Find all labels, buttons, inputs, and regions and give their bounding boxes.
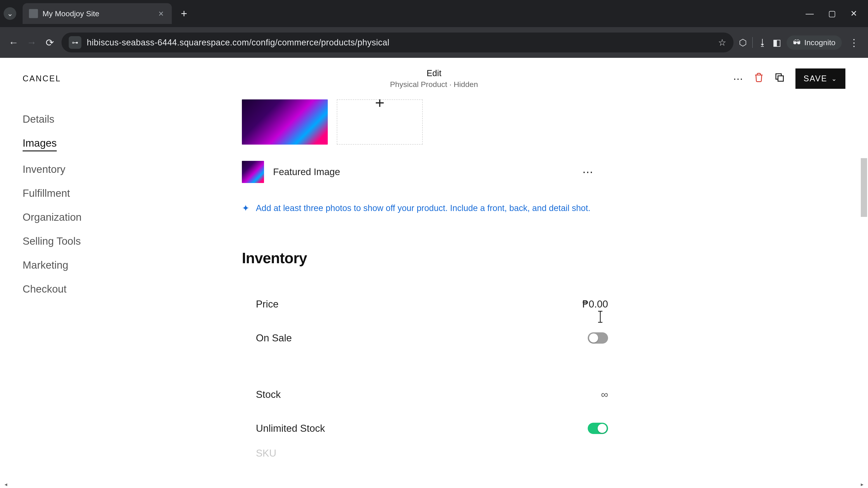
unlimited-stock-toggle[interactable] <box>588 423 608 434</box>
featured-image-more-icon[interactable]: ⋯ <box>582 166 594 178</box>
sidebar-item-checkout[interactable]: Checkout <box>23 283 66 295</box>
app-header: CANCEL Edit Physical Product · Hidden ⋯ … <box>0 58 868 99</box>
save-button[interactable]: SAVE ⌄ <box>796 68 845 89</box>
downloads-icon[interactable]: ⭳ <box>758 37 767 48</box>
image-thumbnails: + <box>242 99 626 144</box>
plus-icon: + <box>375 99 384 111</box>
extensions-icon[interactable]: ⬡ <box>739 37 747 48</box>
close-window-icon[interactable]: ✕ <box>850 9 857 18</box>
on-sale-toggle[interactable] <box>588 332 608 344</box>
app-root: CANCEL Edit Physical Product · Hidden ⋯ … <box>0 58 868 488</box>
header-actions: ⋯ SAVE ⌄ <box>733 68 845 89</box>
image-hint: ✦ Add at least three photos to show off … <box>242 203 626 213</box>
status-bar: ◂ ▸ <box>0 481 868 488</box>
sku-label-cutoff: SKU <box>242 448 608 459</box>
incognito-icon: 🕶 <box>793 38 801 47</box>
inventory-section-title: Inventory <box>242 250 626 267</box>
back-button[interactable]: ← <box>7 36 20 49</box>
sidebar-item-images[interactable]: Images <box>23 137 57 151</box>
add-image-button[interactable]: + <box>337 99 423 144</box>
save-label: SAVE <box>804 74 827 84</box>
sidebar-item-fulfillment[interactable]: Fulfillment <box>23 187 70 199</box>
featured-image-row: Featured Image ⋯ <box>242 161 608 183</box>
incognito-label: Incognito <box>804 38 835 47</box>
new-tab-button[interactable]: + <box>181 8 187 19</box>
price-value[interactable]: ₱0.00 <box>582 298 608 310</box>
site-info-icon[interactable]: ⊶ <box>69 36 81 49</box>
tab-title: My Moodjoy Site <box>42 9 99 18</box>
browser-chrome: ⌄ My Moodjoy Site × + ― ▢ ✕ ← → ⟳ ⊶ hibi… <box>0 0 868 58</box>
sparkle-icon: ✦ <box>242 203 250 213</box>
sidebar-item-organization[interactable]: Organization <box>23 211 82 223</box>
duplicate-icon[interactable] <box>775 72 784 85</box>
sidebar-item-selling-tools[interactable]: Selling Tools <box>23 235 81 247</box>
app-body: Details Images Inventory Fulfillment Org… <box>0 99 868 481</box>
page-subtitle: Physical Product · Hidden <box>390 80 478 89</box>
page-title: Edit <box>390 68 478 78</box>
image-hint-text[interactable]: Add at least three photos to show off yo… <box>256 203 590 213</box>
trash-icon[interactable] <box>754 72 764 85</box>
stock-row: Stock ∞ <box>242 389 608 400</box>
browser-toolbar: ← → ⟳ ⊶ hibiscus-seabass-6444.squarespac… <box>0 27 868 58</box>
reload-button[interactable]: ⟳ <box>43 36 56 49</box>
price-row: Price ₱0.00 <box>242 298 608 310</box>
stock-label: Stock <box>256 389 281 400</box>
more-options-icon[interactable]: ⋯ <box>733 73 743 85</box>
tab-strip: ⌄ My Moodjoy Site × + ― ▢ ✕ <box>0 0 868 27</box>
price-label: Price <box>256 298 278 310</box>
unlimited-stock-label: Unlimited Stock <box>256 423 325 434</box>
toolbar-separator <box>752 37 753 48</box>
on-sale-row: On Sale <box>242 332 608 344</box>
tab-close-icon[interactable]: × <box>158 9 164 18</box>
on-sale-label: On Sale <box>256 332 292 344</box>
text-cursor-icon <box>600 311 600 323</box>
cancel-button[interactable]: CANCEL <box>23 74 61 84</box>
content-area: + Featured Image ⋯ ✦ Add at least three … <box>217 99 868 481</box>
status-right-arrow-icon: ▸ <box>861 481 864 488</box>
window-controls: ― ▢ ✕ <box>806 9 868 18</box>
header-center: Edit Physical Product · Hidden <box>390 68 478 89</box>
sidebar-item-marketing[interactable]: Marketing <box>23 259 68 271</box>
side-panel-icon[interactable]: ◧ <box>773 37 781 48</box>
browser-menu-icon[interactable]: ⋮ <box>847 37 861 48</box>
chevron-down-icon: ⌄ <box>831 75 837 83</box>
minimize-icon[interactable]: ― <box>806 9 814 18</box>
url-text: hibiscus-seabass-6444.squarespace.com/co… <box>87 38 390 47</box>
bookmark-star-icon[interactable]: ☆ <box>718 37 726 48</box>
sidebar-nav: Details Images Inventory Fulfillment Org… <box>0 99 217 481</box>
incognito-indicator[interactable]: 🕶 Incognito <box>786 35 842 50</box>
forward-button[interactable]: → <box>25 36 38 49</box>
product-image-thumb[interactable] <box>242 99 328 144</box>
sidebar-item-inventory[interactable]: Inventory <box>23 163 65 175</box>
tab-favicon <box>29 9 38 18</box>
featured-image-thumb[interactable] <box>242 161 264 183</box>
status-left-arrow-icon: ◂ <box>4 481 7 488</box>
chevron-down-icon: ⌄ <box>7 9 13 18</box>
browser-tab[interactable]: My Moodjoy Site × <box>23 3 172 24</box>
featured-image-label: Featured Image <box>273 166 340 177</box>
scrollbar-track[interactable] <box>860 99 868 481</box>
svg-rect-0 <box>778 76 783 81</box>
tab-search-dropdown[interactable]: ⌄ <box>4 7 16 20</box>
scrollbar-thumb[interactable] <box>861 158 867 217</box>
stock-value[interactable]: ∞ <box>601 389 608 400</box>
maximize-icon[interactable]: ▢ <box>828 9 836 18</box>
address-bar[interactable]: ⊶ hibiscus-seabass-6444.squarespace.com/… <box>61 33 734 53</box>
sidebar-item-details[interactable]: Details <box>23 113 55 125</box>
unlimited-stock-row: Unlimited Stock <box>242 423 608 434</box>
